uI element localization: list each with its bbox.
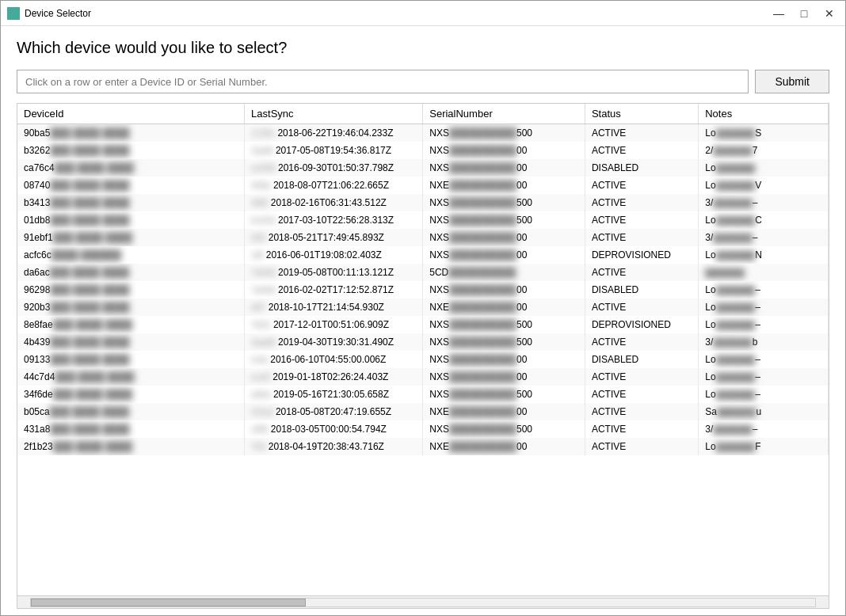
cell-status: ACTIVE	[585, 264, 698, 281]
cell-lastsync: 763 2018-04-19T20:38:43.716Z	[245, 438, 423, 455]
cell-status: ACTIVE	[585, 403, 698, 420]
table-row[interactable]: 2f1b23███ ████ ████763 2018-04-19T20:38:…	[17, 438, 829, 455]
table-row[interactable]: 09133███ ████ ████2cfa 2016-06-10T04:55:…	[17, 351, 829, 368]
col-header-notes: Notes	[699, 104, 829, 124]
cell-serial: NXE██████████00	[423, 438, 585, 455]
cell-notes: 3/███████–	[699, 194, 829, 211]
cell-status: ACTIVE	[585, 194, 698, 211]
cell-lastsync: d97 2018-10-17T21:14:54.930Z	[245, 298, 423, 316]
cell-serial: NXS██████████500	[423, 124, 585, 142]
cell-serial: NXS██████████500	[423, 333, 585, 351]
cell-notes: Lo███████–	[699, 298, 829, 316]
cell-status: ACTIVE	[585, 124, 698, 142]
cell-lastsync: 531af 2018-05-08T20:47:19.655Z	[245, 403, 423, 420]
table-row[interactable]: da6ac███ ████ ████7d430 2019-05-08T00:11…	[17, 264, 829, 281]
cell-lastsync: 7d430 2019-05-08T00:11:13.121Z	[245, 264, 423, 281]
scroll-track[interactable]	[30, 598, 816, 607]
cell-notes: 3/███████b	[699, 333, 829, 351]
table-row[interactable]: 34f6de███ ████ ████e8eb 2019-05-16T21:30…	[17, 386, 829, 403]
main-window: Device Selector — □ ✕ Which device would…	[0, 0, 846, 616]
cell-deviceid: 44c7d4███ ████ ████	[17, 368, 245, 386]
cell-notes: 3/███████–	[699, 229, 829, 246]
cell-notes: Lo███████V	[699, 177, 829, 194]
table-row[interactable]: 431a8███ ████ ████1f99 2018-03-05T00:00:…	[17, 420, 829, 438]
table-row[interactable]: 01db8███ ████ ████b1433 2017-03-10T22:56…	[17, 211, 829, 229]
cell-notes: Lo███████S	[699, 124, 829, 142]
minimize-button[interactable]: —	[769, 6, 788, 21]
cell-serial: NXS██████████500	[423, 211, 585, 229]
col-header-status: Status	[585, 104, 698, 124]
maximize-button[interactable]: □	[795, 6, 814, 21]
cell-notes: Lo███████–	[699, 316, 829, 333]
table-row[interactable]: 08740███ ████ ████455b 2018-08-07T21:06:…	[17, 177, 829, 194]
table-row[interactable]: acfc6c████ ██████18f 2016-06-01T19:08:02…	[17, 246, 829, 264]
cell-deviceid: 90ba5███ ████ ████	[17, 124, 245, 142]
table-row[interactable]: 91ebf1███ ████ ████826 2018-05-21T17:49:…	[17, 229, 829, 246]
table-row[interactable]: 920b3███ ████ ████d97 2018-10-17T21:14:5…	[17, 298, 829, 316]
cell-notes: 3/███████–	[699, 420, 829, 438]
table-row[interactable]: 44c7d4███ ████ ████ece0 2019-01-18T02:26…	[17, 368, 829, 386]
cell-notes: Lo███████	[699, 159, 829, 177]
table-body-wrapper[interactable]: 90ba5███ ████ ████1139c 2018-06-22T19:46…	[17, 124, 829, 595]
cell-status: DEPROVISIONED	[585, 246, 698, 264]
cell-notes: Lo███████–	[699, 351, 829, 368]
cell-lastsync: e8eb 2019-05-16T21:30:05.658Z	[245, 386, 423, 403]
cell-lastsync: 7a49d 2016-02-02T17:12:52.871Z	[245, 281, 423, 298]
cell-serial: NXS██████████500	[423, 194, 585, 211]
cell-serial: NXS██████████500	[423, 386, 585, 403]
cell-status: DISABLED	[585, 281, 698, 298]
page-question: Which device would you like to select?	[17, 39, 829, 57]
cell-status: ACTIVE	[585, 142, 698, 159]
cell-serial: NXS██████████500	[423, 316, 585, 333]
table-row[interactable]: 4b439███ ████ ████3aa68 2019-04-30T19:30…	[17, 333, 829, 351]
cell-serial: NXE██████████00	[423, 403, 585, 420]
cell-serial: NXS██████████00	[423, 368, 585, 386]
cell-status: ACTIVE	[585, 368, 698, 386]
cell-deviceid: 01db8███ ████ ████	[17, 211, 245, 229]
cell-lastsync: ece0 2019-01-18T02:26:24.403Z	[245, 368, 423, 386]
table-row[interactable]: b05ca███ ████ ████531af 2018-05-08T20:47…	[17, 403, 829, 420]
table-row[interactable]: 90ba5███ ████ ████1139c 2018-06-22T19:46…	[17, 124, 829, 142]
cell-deviceid: 8e8fae███ ████ ████	[17, 316, 245, 333]
cell-status: ACTIVE	[585, 333, 698, 351]
window-controls: — □ ✕	[769, 6, 839, 21]
cell-serial: NXS██████████00	[423, 281, 585, 298]
table-row[interactable]: b3262███ ████ ████1baf9 2017-05-08T19:54…	[17, 142, 829, 159]
cell-deviceid: b3413███ ████ ████	[17, 194, 245, 211]
cell-serial: NXS██████████00	[423, 142, 585, 159]
cell-status: DISABLED	[585, 159, 698, 177]
cell-serial: NXS██████████00	[423, 246, 585, 264]
submit-button[interactable]: Submit	[755, 70, 829, 93]
cell-lastsync: 1f99 2018-03-05T00:00:54.794Z	[245, 420, 423, 438]
cell-status: ACTIVE	[585, 420, 698, 438]
cell-notes: Sa███████u	[699, 403, 829, 420]
table-row[interactable]: 96298███ ████ ████7a49d 2016-02-02T17:12…	[17, 281, 829, 298]
title-bar: Device Selector — □ ✕	[1, 1, 845, 26]
table-row[interactable]: b3413███ ████ ████4bf5 2018-02-16T06:31:…	[17, 194, 829, 211]
device-table-container: DeviceId LastSync SerialNumber Status No…	[17, 103, 829, 609]
cell-lastsync: 1139c 2018-06-22T19:46:04.233Z	[245, 124, 423, 142]
cell-notes: Lo███████F	[699, 438, 829, 455]
cell-status: ACTIVE	[585, 177, 698, 194]
table-row[interactable]: ca76c4███ ████ ████ee458 2016-09-30T01:5…	[17, 159, 829, 177]
close-button[interactable]: ✕	[820, 6, 839, 21]
cell-serial: NXE██████████00	[423, 298, 585, 316]
cell-serial: NXS██████████00	[423, 351, 585, 368]
cell-status: ACTIVE	[585, 229, 698, 246]
cell-status: ACTIVE	[585, 298, 698, 316]
horizontal-scrollbar[interactable]	[17, 595, 829, 608]
cell-deviceid: b3262███ ████ ████	[17, 142, 245, 159]
cell-deviceid: 09133███ ████ ████	[17, 351, 245, 368]
window-title: Device Selector	[25, 8, 769, 19]
scroll-thumb[interactable]	[31, 599, 306, 606]
cell-notes: Lo███████N	[699, 246, 829, 264]
cell-lastsync: ee458 2016-09-30T01:50:37.798Z	[245, 159, 423, 177]
device-search-input[interactable]	[17, 70, 749, 93]
cell-notes: 2/███████7	[699, 142, 829, 159]
cell-notes: Lo███████–	[699, 281, 829, 298]
app-icon	[7, 7, 20, 20]
table-row[interactable]: 8e8fae███ ████ ████7631 2017-12-01T00:51…	[17, 316, 829, 333]
cell-lastsync: 2cfa 2016-06-10T04:55:00.006Z	[245, 351, 423, 368]
content-area: Which device would you like to select? S…	[1, 26, 845, 615]
col-header-serialnumber: SerialNumber	[423, 104, 585, 124]
